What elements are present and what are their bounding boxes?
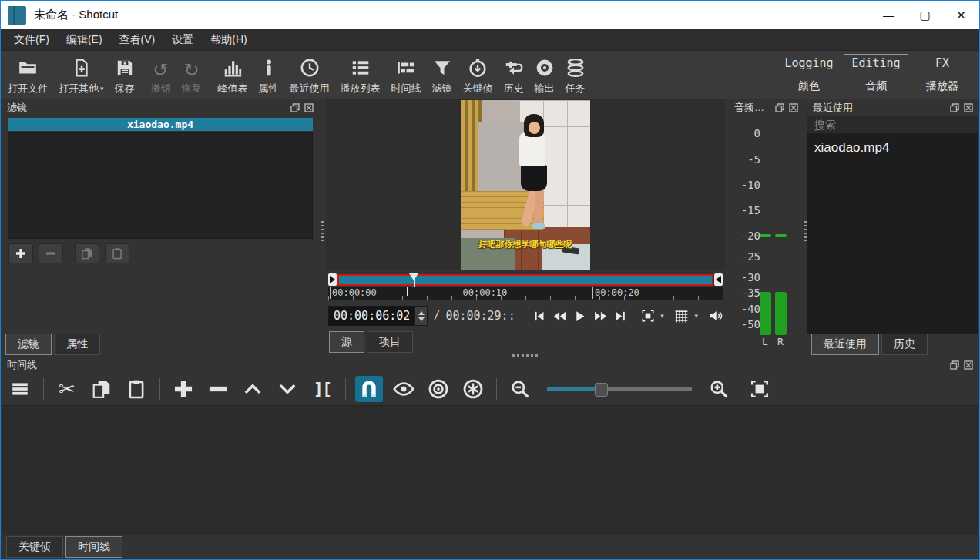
remove-filter-button[interactable] — [39, 243, 63, 263]
tab-source[interactable]: 源 — [329, 331, 364, 353]
layout-audio[interactable]: 音频 — [865, 79, 887, 93]
player-tabs: 源 项目 — [329, 331, 725, 353]
overwrite-button[interactable] — [274, 376, 301, 402]
meter-scale-label: -5 — [747, 153, 760, 166]
ripple-delete-button[interactable] — [204, 376, 232, 402]
scrub-bar[interactable] — [337, 274, 713, 286]
rewind-button[interactable] — [552, 308, 567, 324]
copy-filters-button[interactable] — [75, 243, 99, 263]
menu-view[interactable]: 查看(V) — [111, 31, 164, 49]
chevron-down-icon[interactable]: ▾ — [660, 312, 664, 320]
time-ruler[interactable]: 00:00:00 00:00:10 00:00:20 — [328, 287, 723, 300]
save-button[interactable]: 保存 — [109, 52, 140, 99]
zoom-fit-button[interactable] — [746, 376, 774, 402]
snap-toggle-button[interactable] — [355, 376, 383, 402]
slider-handle[interactable] — [595, 383, 608, 397]
export-button[interactable]: 输出 — [529, 52, 560, 99]
tab-project[interactable]: 项目 — [367, 331, 413, 353]
cut-button[interactable]: ✂ — [53, 376, 81, 402]
close-panel-icon[interactable] — [788, 102, 798, 112]
float-panel-icon[interactable] — [290, 102, 300, 112]
tab-timeline[interactable]: 时间线 — [65, 536, 123, 558]
tab-filters[interactable]: 滤镜 — [5, 334, 52, 355]
open-file-button[interactable]: 打开文件 — [2, 52, 53, 99]
ripple-all-tracks-button[interactable] — [459, 376, 487, 402]
menu-help[interactable]: 帮助(H) — [202, 31, 255, 49]
layout-color[interactable]: 颜色 — [798, 79, 820, 93]
peak-meter-button[interactable]: 峰值表 — [213, 52, 253, 99]
timeline-zoom-slider[interactable] — [547, 381, 692, 397]
float-panel-icon[interactable] — [774, 102, 784, 112]
filters-button[interactable]: 滤镜 — [427, 52, 458, 99]
chevron-down-icon[interactable]: ▾ — [694, 312, 698, 320]
layout-fx[interactable]: FX — [935, 56, 949, 70]
tab-recent[interactable]: 最近使用 — [811, 334, 879, 355]
timeline-toolbar: ✂ ][ — [2, 372, 978, 405]
menu-file[interactable]: 文件(F) — [5, 31, 58, 49]
playlist-button[interactable]: 播放列表 — [335, 52, 386, 99]
timeline-tracks-area[interactable] — [2, 405, 978, 535]
redo-button[interactable]: ↻ 恢复 — [176, 52, 207, 99]
volume-button[interactable] — [708, 308, 723, 324]
menu-edit[interactable]: 编辑(E) — [58, 31, 111, 49]
skip-to-start-button[interactable] — [532, 308, 547, 324]
play-button[interactable] — [572, 308, 588, 324]
tab-properties[interactable]: 属性 — [54, 334, 100, 355]
fast-forward-button[interactable] — [593, 308, 609, 324]
recent-button[interactable]: 最近使用 — [284, 52, 335, 99]
float-panel-icon[interactable] — [949, 360, 959, 370]
ripple-toggle-button[interactable] — [425, 376, 452, 402]
close-panel-icon[interactable] — [963, 102, 973, 112]
recent-list-item[interactable]: xiaodao.mp4 — [814, 140, 972, 156]
lift-button[interactable] — [239, 376, 267, 402]
zoom-out-button[interactable] — [506, 376, 534, 402]
float-panel-icon[interactable] — [949, 102, 959, 112]
undo-button[interactable]: ↺ 撤销 — [146, 52, 176, 99]
timeline-button[interactable]: 时间线 — [386, 52, 427, 99]
skip-to-end-button[interactable] — [613, 308, 629, 324]
transport-controls: 00:00:06:02 / 00:00:29:: ▾ ▾ — [328, 306, 723, 326]
menu-settings[interactable]: 设置 — [163, 31, 202, 49]
out-point-marker[interactable] — [714, 273, 723, 286]
disc-icon — [535, 58, 555, 80]
layout-logging[interactable]: Logging — [784, 56, 833, 70]
close-button[interactable]: ✕ — [943, 1, 979, 29]
close-panel-icon[interactable] — [963, 360, 973, 370]
add-filter-button[interactable] — [8, 243, 33, 263]
jobs-button[interactable]: 任务 — [560, 52, 591, 99]
time-spinner[interactable] — [414, 307, 427, 325]
minimize-button[interactable]: — — [871, 1, 907, 29]
maximize-button[interactable]: ▢ — [907, 1, 943, 29]
append-button[interactable] — [169, 376, 197, 402]
layout-editing[interactable]: Editing — [844, 54, 908, 72]
scrub-while-dragging-button[interactable] — [390, 376, 418, 402]
split-button[interactable]: ][ — [308, 376, 336, 402]
in-point-marker[interactable] — [328, 273, 337, 286]
search-input[interactable] — [813, 118, 973, 132]
splitter-handle[interactable] — [321, 221, 324, 241]
keyframes-button[interactable]: 关键侦 — [458, 52, 498, 99]
tab-history[interactable]: 历史 — [881, 334, 928, 355]
zoom-in-button[interactable] — [705, 376, 733, 402]
grid-button[interactable] — [674, 308, 690, 324]
copy-button[interactable] — [88, 376, 116, 402]
layout-player[interactable]: 播放器 — [926, 79, 958, 93]
splitter-handle[interactable] — [512, 354, 539, 357]
history-button[interactable]: 历史 — [498, 52, 529, 99]
timeline-menu-button[interactable] — [6, 376, 34, 402]
current-time-value[interactable]: 00:00:06:02 — [329, 307, 414, 325]
close-panel-icon[interactable] — [304, 102, 314, 112]
playhead[interactable] — [409, 273, 418, 280]
open-other-button[interactable]: 打开其他▾ — [53, 52, 109, 99]
properties-button[interactable]: 属性 — [253, 52, 284, 99]
tab-keyframes[interactable]: 关键侦 — [6, 536, 63, 558]
spin-up-icon[interactable] — [418, 311, 425, 315]
zoom-fit-player-button[interactable] — [640, 308, 656, 324]
paste-button[interactable] — [123, 376, 150, 402]
video-person — [519, 132, 545, 166]
splitter-handle[interactable] — [804, 221, 807, 241]
current-time-field[interactable]: 00:00:06:02 — [328, 306, 428, 326]
spin-down-icon[interactable] — [418, 317, 425, 321]
meter-scale-label: -25 — [741, 250, 760, 263]
paste-filters-button[interactable] — [105, 243, 129, 263]
